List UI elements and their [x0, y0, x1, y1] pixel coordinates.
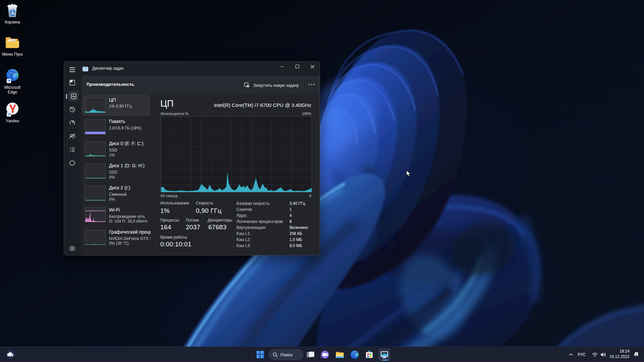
svg-text:z: z — [638, 352, 639, 354]
